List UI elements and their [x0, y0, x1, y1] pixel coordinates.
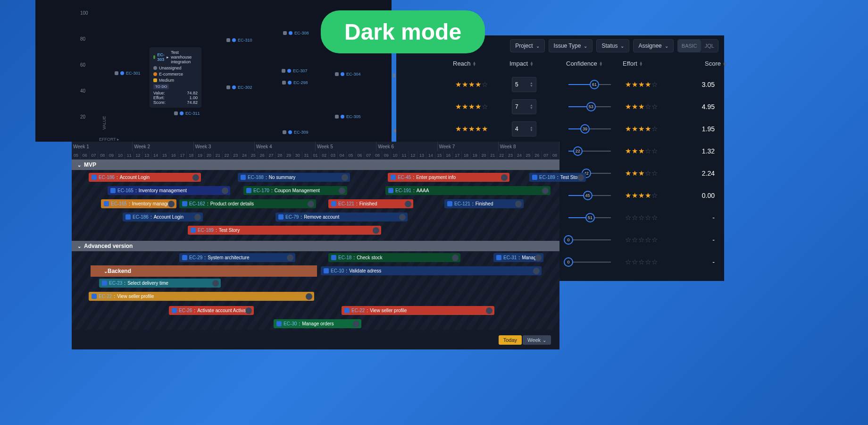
day-label: 02: [320, 151, 329, 159]
effort-stars[interactable]: ★★★★☆: [625, 80, 682, 89]
avatar: [306, 293, 312, 300]
impact-cell[interactable]: 7▲▼: [512, 99, 568, 114]
filter-assignee[interactable]: Assignee⌄: [633, 39, 673, 52]
spinner-icon[interactable]: ▲▼: [530, 82, 533, 87]
timeline-bar[interactable]: EC-29: System architecture: [179, 253, 295, 262]
timeline-bar[interactable]: EC-191: AAAA: [385, 186, 551, 195]
day-label: 20: [205, 151, 214, 159]
day-label: 24: [240, 151, 249, 159]
timeline-bar[interactable]: EC-170: Coupon Management: [243, 186, 347, 195]
timeline-bar[interactable]: EC-188: No summary: [238, 173, 350, 182]
day-label: 07: [542, 151, 551, 159]
group-advanced[interactable]: ⌄Advanced version: [72, 241, 559, 251]
effort-stars[interactable]: ☆☆☆☆☆: [625, 258, 682, 266]
day-label: 17: [453, 151, 462, 159]
scatter-point[interactable]: EC-302: [226, 85, 252, 90]
score-value: -: [682, 236, 715, 244]
confidence-slider[interactable]: 0: [568, 261, 625, 264]
effort-stars[interactable]: ★★★☆☆: [625, 169, 682, 178]
timeline-bar[interactable]: EC-23: Select delivery time: [99, 279, 221, 288]
filter-issue-type[interactable]: Issue Type⌄: [549, 39, 593, 52]
timeline-bar[interactable]: EC-186: Account Login: [123, 212, 203, 221]
task-icon: [344, 308, 350, 313]
week-label: Week 1: [72, 142, 133, 151]
confidence-slider[interactable]: 61: [568, 83, 625, 86]
timeline-bar[interactable]: EC-189: Test Story: [529, 173, 586, 182]
week-dropdown[interactable]: Week⌄: [523, 335, 551, 345]
confidence-slider[interactable]: 45: [568, 194, 625, 197]
effort-stars[interactable]: ★★★☆☆: [625, 102, 682, 111]
filter-project[interactable]: Project⌄: [510, 39, 544, 52]
score-value: 1.95: [682, 125, 715, 133]
effort-stars[interactable]: ★★★★☆: [625, 191, 682, 200]
sort-icon: ▲▼: [723, 61, 726, 66]
avatar: [373, 227, 379, 234]
impact-cell[interactable]: 4▲▼: [512, 121, 568, 136]
scatter-point[interactable]: EC-304: [335, 72, 361, 76]
score-value: 4.95: [682, 103, 715, 110]
day-label: 08: [551, 151, 559, 159]
timeline-bar[interactable]: EC-79: Remove account: [275, 212, 408, 221]
scatter-point[interactable]: EC-310: [226, 38, 252, 42]
col-reach[interactable]: Reach▲▼: [453, 60, 509, 67]
scatter-point[interactable]: EC-309: [283, 130, 309, 135]
effort-stars[interactable]: ★★★☆☆: [625, 147, 682, 155]
timeline-bar[interactable]: EC-18: Check stock: [328, 253, 460, 262]
scatter-point[interactable]: EC-301: [115, 71, 141, 76]
task-icon: [191, 228, 196, 233]
timeline-bar[interactable]: EC-121: Finished: [444, 199, 524, 208]
avatar: [542, 187, 549, 194]
scatter-point[interactable]: EC-308: [283, 31, 309, 35]
timeline-bar[interactable]: EC-26: Activate account Activa: [169, 306, 254, 315]
spinner-icon[interactable]: ▲▼: [530, 126, 533, 132]
week-label: Week 4: [255, 142, 316, 151]
group-mvp[interactable]: ⌄MVP: [72, 160, 559, 170]
today-button[interactable]: Today: [499, 335, 522, 345]
timeline-bar[interactable]: EC-45: Enter payment info: [388, 173, 509, 182]
scatter-point[interactable]: EC-305: [335, 114, 361, 119]
timeline-bar[interactable]: EC-189: Test Story: [188, 226, 381, 235]
effort-stars[interactable]: ☆☆☆☆☆: [625, 213, 682, 222]
task-icon: [324, 268, 329, 273]
effort-stars[interactable]: ★★★★☆: [625, 125, 682, 133]
timeline-bar[interactable]: EC-22: View seller profile: [342, 306, 494, 315]
timeline-bar[interactable]: EC-30: Manage orders: [274, 319, 361, 328]
impact-cell[interactable]: 5▲▼: [512, 77, 568, 92]
day-label: 06: [81, 151, 90, 159]
timeline-bar[interactable]: EC-165: Inventory management: [108, 186, 230, 195]
col-score[interactable]: Score▲▼: [679, 60, 726, 67]
mode-basic[interactable]: BASIC: [678, 40, 701, 52]
scatter-point[interactable]: EC-307: [282, 68, 308, 73]
reach-stars[interactable]: ★★★★★: [455, 125, 512, 133]
timeline-bar[interactable]: EC-186: Account Login: [89, 173, 201, 182]
day-label: 19: [196, 151, 205, 159]
confidence-slider[interactable]: 0: [568, 238, 625, 241]
col-confidence[interactable]: Confidence▲▼: [566, 60, 623, 67]
task-icon: [125, 214, 131, 220]
timeline-bar[interactable]: EC-121: Finished: [328, 199, 413, 208]
confidence-slider[interactable]: 22: [568, 150, 625, 153]
col-effort[interactable]: Effort▲▼: [623, 60, 679, 67]
reach-stars[interactable]: ★★★★☆: [455, 102, 512, 111]
mode-jql[interactable]: JQL: [701, 40, 718, 52]
timeline-bar[interactable]: EC-162: Product order details: [179, 199, 316, 208]
timeline-bar[interactable]: EC-165: Inventory manage: [101, 199, 176, 208]
filter-status[interactable]: Status⌄: [596, 39, 629, 52]
scatter-point[interactable]: EC-298: [282, 80, 308, 85]
day-label: 22: [497, 151, 506, 159]
confidence-slider[interactable]: 39: [568, 128, 625, 130]
group-backend[interactable]: ⌄Backend: [91, 265, 317, 277]
spinner-icon[interactable]: ▲▼: [530, 104, 533, 110]
effort-stars[interactable]: ☆☆☆☆☆: [625, 236, 682, 244]
timeline-bar[interactable]: EC-22: View seller profile: [89, 292, 314, 301]
timeline-bar[interactable]: EC-31: Manage: [493, 253, 543, 262]
timeline-bar[interactable]: EC-10: Validate adress: [321, 266, 542, 275]
scatter-point[interactable]: EC-311: [174, 111, 200, 116]
reach-stars[interactable]: ★★★★☆: [455, 80, 512, 89]
task-icon: [182, 255, 187, 260]
col-impact[interactable]: Impact▲▼: [509, 60, 566, 67]
confidence-slider[interactable]: 51: [568, 216, 625, 219]
confidence-slider[interactable]: 53: [568, 105, 625, 108]
day-label: 09: [382, 151, 391, 159]
day-label: 19: [471, 151, 480, 159]
